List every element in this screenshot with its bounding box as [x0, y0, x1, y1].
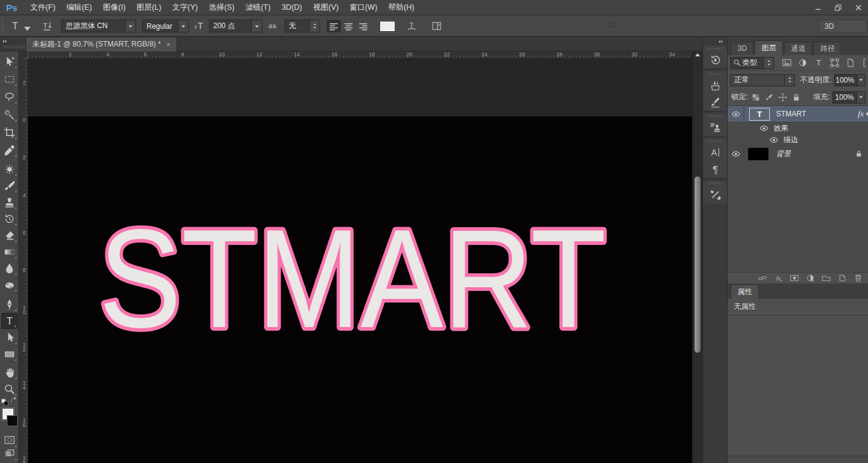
hand-tool[interactable]: [1, 364, 18, 380]
default-colors-icon[interactable]: [1, 399, 9, 406]
link-layers-icon[interactable]: [758, 274, 767, 282]
align-left-button[interactable]: [327, 20, 341, 32]
visibility-toggle[interactable]: [760, 124, 769, 133]
align-right-button[interactable]: [356, 20, 370, 32]
swap-colors-icon[interactable]: [10, 396, 18, 404]
warp-text-button[interactable]: T: [404, 20, 420, 32]
font-size-select[interactable]: 200 点: [209, 20, 262, 32]
crop-tool[interactable]: [1, 124, 18, 140]
brush-tool[interactable]: [1, 178, 18, 194]
visibility-toggle[interactable]: [728, 106, 744, 122]
gradient-tool[interactable]: [1, 244, 18, 260]
window-button[interactable]: [850, 2, 867, 13]
align-center-button[interactable]: [341, 20, 356, 32]
shape-filter-icon[interactable]: [830, 58, 839, 67]
font-family-select[interactable]: 思源黑体 CN: [61, 20, 136, 32]
visibility-toggle[interactable]: [769, 135, 779, 145]
tab-paths[interactable]: 路径: [813, 42, 842, 55]
text-layer-thumbnail[interactable]: T: [749, 108, 770, 121]
window-button[interactable]: [810, 2, 826, 13]
smart-object-filter-icon[interactable]: [846, 58, 855, 67]
font-style-dropdown[interactable]: [178, 20, 188, 32]
type-filter-icon[interactable]: T: [814, 58, 823, 67]
sponge-tool[interactable]: [1, 277, 18, 293]
collapse-tools-icon[interactable]: [2, 38, 9, 45]
eraser-tool[interactable]: [1, 227, 18, 243]
type-tool-preset-button[interactable]: T: [7, 18, 29, 34]
blend-mode-spinner[interactable]: [784, 75, 794, 86]
history-panel-button[interactable]: [703, 51, 728, 69]
menu-item[interactable]: 滤镜(T): [240, 0, 276, 15]
fill-dropdown[interactable]: [857, 91, 866, 104]
opacity-dropdown[interactable]: [858, 74, 866, 86]
lock-paint-icon[interactable]: [765, 93, 774, 102]
lock-all-icon[interactable]: [792, 93, 801, 102]
background-color-swatch[interactable]: [7, 415, 18, 426]
menu-item[interactable]: 视图(V): [308, 0, 345, 15]
collapse-effects-icon[interactable]: [866, 111, 868, 116]
background-layer-thumbnail[interactable]: [748, 148, 769, 160]
brush-presets-panel-button[interactable]: [703, 94, 728, 111]
layer-mask-icon[interactable]: [790, 274, 799, 282]
tab-layers[interactable]: 图层: [755, 40, 783, 55]
filter-spinner[interactable]: [763, 58, 774, 69]
new-group-icon[interactable]: [822, 274, 831, 282]
font-family-dropdown[interactable]: [125, 20, 135, 32]
lasso-tool[interactable]: [1, 89, 18, 105]
spot-healing-brush-tool[interactable]: [1, 161, 18, 177]
tab-properties[interactable]: 属性: [731, 284, 759, 299]
smart-object-filter-icon[interactable]: [862, 58, 866, 67]
scrollbar-thumb[interactable]: [694, 176, 701, 353]
pen-tool[interactable]: [1, 296, 18, 312]
layer-row-stmart[interactable]: T STMART fx: [728, 106, 868, 122]
fill-input[interactable]: 100%: [832, 91, 857, 104]
expand-panels-button[interactable]: [703, 37, 727, 46]
brush-panel-button[interactable]: [703, 77, 728, 94]
menu-item[interactable]: 窗口(W): [344, 0, 383, 15]
menu-item[interactable]: 帮助(H): [383, 0, 420, 15]
document-tab[interactable]: 未标题-1 @ 80.7% (STMART, RGB/8) * ×: [26, 37, 177, 51]
visibility-toggle[interactable]: [728, 146, 744, 162]
text-color-swatch[interactable]: [379, 21, 395, 32]
tab-channels[interactable]: 通道: [784, 42, 812, 55]
layer-row-effects[interactable]: 效果: [728, 122, 868, 134]
rectangle-tool[interactable]: [1, 346, 18, 362]
history-brush-tool[interactable]: [1, 211, 18, 227]
layer-fx-badge[interactable]: fx: [858, 109, 866, 119]
anti-alias-spinner[interactable]: [309, 20, 319, 32]
workspace-switcher[interactable]: 3D: [818, 20, 867, 32]
canvas[interactable]: STMART: [28, 116, 692, 463]
layer-row-background[interactable]: 背景: [728, 146, 868, 162]
lock-transparent-icon[interactable]: [752, 93, 760, 102]
zoom-tool[interactable]: [1, 381, 18, 397]
window-button[interactable]: [830, 2, 847, 13]
options-bar-grip[interactable]: [1, 18, 4, 34]
eyedropper-tool[interactable]: [1, 142, 18, 158]
move-tool[interactable]: [1, 53, 18, 69]
menu-item[interactable]: 图层(L): [131, 0, 167, 15]
font-style-select[interactable]: Regular: [142, 20, 189, 32]
clone-stamp-tool[interactable]: [1, 194, 18, 210]
image-filter-icon[interactable]: [782, 58, 791, 67]
layer-name[interactable]: 背景: [776, 149, 791, 159]
magic-wand-tool[interactable]: [1, 107, 18, 122]
menu-item[interactable]: 图像(I): [97, 0, 131, 15]
text-orientation-button[interactable]: T: [39, 20, 55, 32]
lock-move-icon[interactable]: [779, 93, 787, 102]
clone-source-panel-button[interactable]: [703, 119, 728, 136]
screen-mode-button[interactable]: [1, 446, 18, 462]
adjustment-filter-icon[interactable]: [798, 58, 807, 67]
type-tool[interactable]: T: [1, 313, 18, 329]
blend-mode-select[interactable]: 正常: [730, 74, 795, 86]
anti-alias-select[interactable]: 无: [284, 20, 320, 32]
opacity-input[interactable]: 100%: [834, 74, 858, 86]
character-panel-button[interactable]: A: [703, 144, 728, 161]
layer-name[interactable]: STMART: [776, 110, 806, 118]
close-document-icon[interactable]: ×: [166, 40, 170, 49]
path-selection-tool[interactable]: [1, 329, 18, 345]
canvas-scrollbar[interactable]: [692, 51, 702, 463]
menu-item[interactable]: 3D(D): [276, 0, 307, 15]
delete-layer-icon[interactable]: [854, 274, 862, 282]
layer-style-icon[interactable]: fx: [774, 274, 783, 282]
layer-filter-select[interactable]: 类型: [730, 57, 774, 69]
